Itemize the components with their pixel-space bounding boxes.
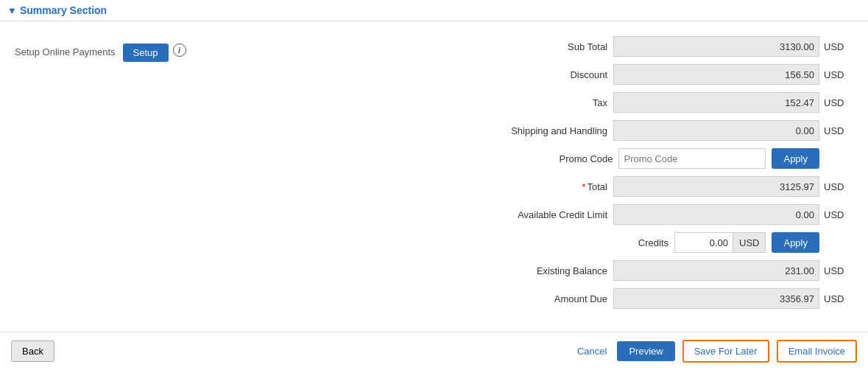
credit-limit-label: Available Credit Limit bbox=[475, 209, 607, 220]
cancel-link[interactable]: Cancel bbox=[577, 346, 607, 357]
total-row: *Total USD bbox=[309, 176, 853, 197]
footer-right: Cancel Preview Save For Later Email Invo… bbox=[577, 340, 857, 363]
credit-limit-row: Available Credit Limit USD bbox=[309, 204, 853, 225]
right-panel: Sub Total USD Discount USD Tax USD Shipp… bbox=[294, 29, 868, 324]
credits-currency: USD bbox=[733, 232, 766, 253]
save-for-later-button[interactable]: Save For Later bbox=[682, 340, 769, 363]
credit-limit-input[interactable] bbox=[613, 204, 819, 225]
shipping-row: Shipping and Handling USD bbox=[309, 120, 853, 141]
email-invoice-button[interactable]: Email Invoice bbox=[777, 340, 857, 363]
total-currency: USD bbox=[824, 181, 853, 192]
total-required-marker: * bbox=[582, 181, 585, 192]
setup-online-payments-label: Setup Online Payments bbox=[15, 46, 116, 57]
promo-code-input[interactable] bbox=[618, 148, 766, 169]
discount-row: Discount USD bbox=[309, 64, 853, 85]
amount-due-label: Amount Due bbox=[475, 293, 607, 304]
credits-apply-button[interactable]: Apply bbox=[772, 232, 819, 253]
tax-input[interactable] bbox=[613, 92, 819, 113]
shipping-currency: USD bbox=[824, 125, 853, 136]
discount-input[interactable] bbox=[613, 64, 819, 85]
preview-button[interactable]: Preview bbox=[617, 341, 674, 361]
credit-limit-currency: USD bbox=[824, 209, 853, 220]
sub-total-label: Sub Total bbox=[475, 41, 607, 52]
credits-row: Credits USD Apply bbox=[309, 232, 853, 253]
tax-label: Tax bbox=[475, 97, 607, 108]
credits-label: Credits bbox=[536, 237, 668, 248]
sub-total-row: Sub Total USD bbox=[309, 36, 853, 57]
summary-section-header: ▼ Summary Section bbox=[0, 0, 868, 21]
existing-balance-label: Existing Balance bbox=[475, 265, 607, 276]
total-input[interactable] bbox=[613, 176, 819, 197]
existing-balance-currency: USD bbox=[824, 265, 853, 276]
tax-row: Tax USD bbox=[309, 92, 853, 113]
shipping-input[interactable] bbox=[613, 120, 819, 141]
info-icon[interactable]: i bbox=[173, 43, 186, 57]
promo-code-label: Promo Code bbox=[480, 153, 613, 164]
left-panel: Setup Online Payments Setup i bbox=[0, 29, 294, 324]
amount-due-input[interactable] bbox=[613, 288, 819, 309]
total-label: *Total bbox=[475, 181, 607, 192]
footer-left: Back bbox=[11, 341, 577, 362]
credits-input[interactable] bbox=[674, 232, 733, 253]
amount-due-currency: USD bbox=[824, 293, 853, 304]
amount-due-row: Amount Due USD bbox=[309, 288, 853, 309]
promo-apply-button[interactable]: Apply bbox=[772, 148, 819, 169]
promo-code-row: Promo Code Apply bbox=[309, 148, 853, 169]
summary-section-title: Summary Section bbox=[20, 4, 107, 16]
back-button[interactable]: Back bbox=[11, 341, 54, 362]
discount-currency: USD bbox=[824, 69, 853, 80]
footer: Back Cancel Preview Save For Later Email… bbox=[0, 332, 868, 370]
tax-currency: USD bbox=[824, 97, 853, 108]
main-content: Setup Online Payments Setup i Sub Total … bbox=[0, 21, 868, 331]
shipping-label: Shipping and Handling bbox=[475, 125, 607, 136]
credits-input-group: USD bbox=[674, 232, 766, 253]
sub-total-input[interactable] bbox=[613, 36, 819, 57]
collapse-chevron[interactable]: ▼ bbox=[7, 5, 17, 16]
setup-button[interactable]: Setup bbox=[123, 43, 169, 62]
sub-total-currency: USD bbox=[824, 41, 853, 52]
existing-balance-row: Existing Balance USD bbox=[309, 260, 853, 281]
existing-balance-input[interactable] bbox=[613, 260, 819, 281]
discount-label: Discount bbox=[475, 69, 607, 80]
